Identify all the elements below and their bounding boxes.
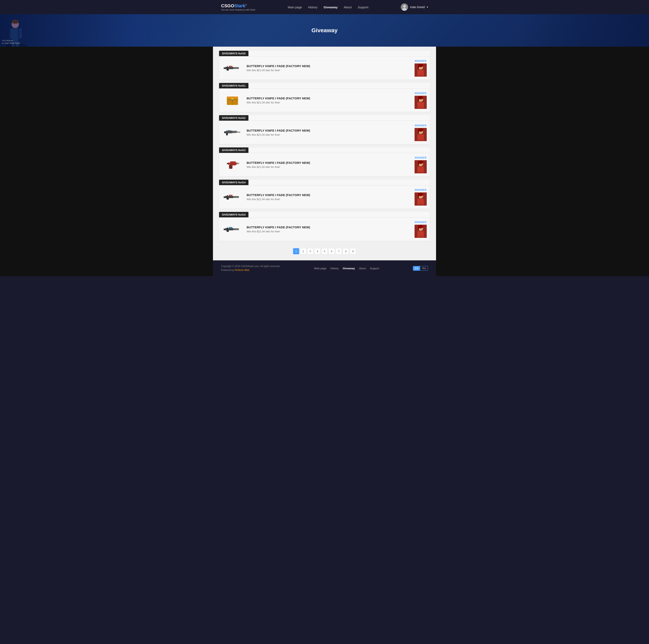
winner-label: WINNER <box>415 59 427 62</box>
giveaway-item-413: GIVEAWAYS №413 BUTTERFLY KNIFE I FADE (F… <box>219 147 430 177</box>
winner-area: WINNER <box>415 188 427 205</box>
page-btn-3[interactable]: 3 <box>307 248 313 254</box>
winner-label: WINNER <box>415 188 427 191</box>
footer-nav: Main pageHistoryGiveawayAboutSupport <box>314 267 379 270</box>
nav-item-main-page[interactable]: Main page <box>288 5 302 9</box>
svg-rect-38 <box>418 98 419 101</box>
giveaway-item-411: GIVEAWAYS №411 BUTTERFLY KNIFE I FADE (F… <box>219 83 430 112</box>
skin-image <box>222 190 243 204</box>
svg-rect-52 <box>418 130 419 133</box>
lang-ru-button[interactable]: RU <box>421 266 428 271</box>
svg-rect-19 <box>226 69 229 71</box>
svg-rect-17 <box>235 68 238 69</box>
skin-name: BUTTERFLY KNIFE I FADE (FACTORY NEW) <box>247 96 410 100</box>
skin-desc: Win this $21.04 skin for free! <box>247 230 410 233</box>
svg-rect-86 <box>224 229 225 230</box>
nav-item-about[interactable]: About <box>344 5 352 9</box>
skin-desc: Win this $21.04 skin for free! <box>247 101 410 104</box>
banner-label: ACK WIDOW <box>2 40 13 42</box>
skin-image <box>222 126 243 140</box>
svg-rect-67 <box>225 196 233 198</box>
svg-rect-12 <box>225 67 233 69</box>
avatar <box>401 3 408 11</box>
logo-csgo: CSGO <box>221 3 234 8</box>
user-menu[interactable]: Kate Greed ▾ <box>401 3 428 11</box>
skin-name: BUTTERFLY KNIFE I FADE (FACTORY NEW) <box>247 161 410 165</box>
giveaway-label: GIVEAWAYS №414 <box>219 212 249 217</box>
page-btn-2[interactable]: 2 <box>300 248 306 254</box>
winner-avatar[interactable] <box>415 96 427 109</box>
svg-rect-7 <box>19 29 22 39</box>
lang-en-button[interactable]: EN <box>413 266 420 271</box>
page-btn-1[interactable]: 1 <box>293 248 299 254</box>
skin-desc: Win this $21.04 skin for free! <box>247 166 410 169</box>
logo[interactable]: CSGOStark© You win more frequency with S… <box>221 3 255 11</box>
language-switcher[interactable]: EN / RU <box>413 266 428 271</box>
page-btn-9[interactable]: 9 <box>350 248 356 254</box>
main-nav: Main page History Giveaway About Support <box>288 5 369 9</box>
footer-nav-history[interactable]: History <box>331 267 339 270</box>
svg-point-88 <box>239 229 239 230</box>
powered-by: Powered by Perfecto Web <box>221 268 280 272</box>
svg-rect-4 <box>12 28 18 44</box>
page-btn-8[interactable]: 8 <box>343 248 349 254</box>
skin-image <box>222 158 243 172</box>
logo-subtitle: You win more frequency with Stark <box>221 8 255 11</box>
svg-rect-72 <box>235 197 238 198</box>
winner-avatar[interactable] <box>415 225 427 238</box>
footer-nav-about[interactable]: About <box>359 267 366 270</box>
winner-area: WINNER <box>415 221 427 238</box>
nav-item-giveaway[interactable]: Giveaway <box>324 5 338 9</box>
copyright-text: Copyright © 2016 CSGOStark.com. All righ… <box>221 264 280 268</box>
footer: Copyright © 2016 CSGOStark.com. All righ… <box>213 260 436 276</box>
page-btn-7[interactable]: 7 <box>336 248 342 254</box>
skin-info: BUTTERFLY KNIFE I FADE (FACTORY NEW) Win… <box>247 161 410 169</box>
svg-rect-57 <box>227 163 229 164</box>
svg-rect-45 <box>228 130 231 131</box>
logo-stark: Stark <box>234 3 246 8</box>
banner-label-sub: al, what? Black Widow <box>2 42 20 44</box>
giveaway-body[interactable]: BUTTERFLY KNIFE I FADE (FACTORY NEW) Win… <box>219 56 430 80</box>
giveaway-body[interactable]: BUTTERFLY KNIFE I FADE (FACTORY NEW) Win… <box>219 185 430 209</box>
winner-label: WINNER <box>415 92 427 95</box>
skin-name: BUTTERFLY KNIFE I FADE (FACTORY NEW) <box>247 193 410 197</box>
hero-banner: ACK WIDOW al, what? Black Widow Giveaway <box>0 14 649 47</box>
svg-rect-95 <box>418 227 419 230</box>
svg-point-46 <box>239 132 240 132</box>
svg-rect-42 <box>226 133 228 135</box>
giveaway-body[interactable]: BUTTERFLY KNIFE I FADE (FACTORY NEW) Win… <box>219 153 430 177</box>
skin-name: BUTTERFLY KNIFE I FADE (FACTORY NEW) <box>247 64 410 68</box>
winner-avatar[interactable] <box>415 160 427 173</box>
skin-name: BUTTERFLY KNIFE I FADE (FACTORY NEW) <box>247 226 410 229</box>
page-btn-5[interactable]: 5 <box>321 248 328 254</box>
giveaway-item-414a: GIVEAWAYS №414 BUTTERFLY KNIFE I FADE (F… <box>219 180 430 209</box>
footer-copyright: Copyright © 2016 CSGOStark.com. All righ… <box>221 264 280 272</box>
winner-avatar[interactable] <box>415 128 427 141</box>
giveaway-body[interactable]: BUTTERFLY KNIFE I FADE (FACTORY NEW) Win… <box>219 88 430 112</box>
svg-rect-15 <box>229 66 232 67</box>
footer-nav-giveaway[interactable]: Giveaway <box>343 267 355 270</box>
svg-rect-14 <box>227 66 228 69</box>
page-btn-6[interactable]: 6 <box>329 248 335 254</box>
winner-area: WINNER <box>415 124 427 141</box>
nav-item-history[interactable]: History <box>308 5 317 9</box>
winner-avatar[interactable] <box>415 192 427 205</box>
svg-rect-16 <box>224 67 225 69</box>
giveaway-label: GIVEAWAYS №413 <box>219 147 249 153</box>
svg-rect-82 <box>225 228 233 230</box>
svg-rect-43 <box>224 131 226 133</box>
skin-desc: Win this $21.04 skin for free! <box>247 69 410 72</box>
footer-nav-main-page[interactable]: Main page <box>314 267 327 270</box>
skin-desc: Win this $21.04 skin for free! <box>247 133 410 136</box>
dropdown-icon: ▾ <box>427 6 428 8</box>
page-btn-4[interactable]: 4 <box>314 248 320 254</box>
nav-item-support[interactable]: Support <box>358 5 369 9</box>
winner-label: WINNER <box>415 124 427 127</box>
svg-rect-71 <box>224 196 225 198</box>
giveaway-body[interactable]: BUTTERFLY KNIFE I FADE (FACTORY NEW) Win… <box>219 121 430 144</box>
giveaway-body[interactable]: BUTTERFLY KNIFE I FADE (FACTORY NEW) Win… <box>219 217 430 241</box>
winner-avatar[interactable] <box>415 63 427 77</box>
winner-area: WINNER <box>415 92 427 109</box>
footer-nav-support[interactable]: Support <box>370 267 379 270</box>
perfecto-web-link[interactable]: Perfecto Web <box>235 269 249 272</box>
